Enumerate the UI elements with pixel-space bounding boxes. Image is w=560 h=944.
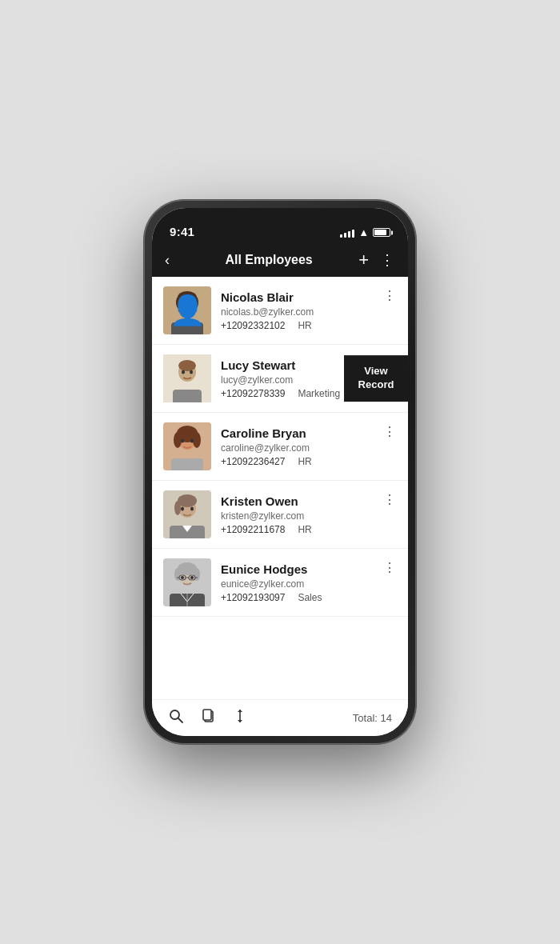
nav-actions: + ⋮ (358, 251, 395, 269)
list-item: Eunice Hodges eunice@zylker.com +1209219… (152, 549, 408, 617)
employee-department: HR (298, 524, 311, 535)
employee-phone: +12092211678 (221, 524, 285, 535)
svg-point-5 (192, 296, 198, 309)
employee-phone: +12092236427 (221, 456, 285, 467)
svg-point-29 (190, 507, 194, 511)
wifi-icon: ▲ (358, 226, 369, 238)
employee-department: Sales (298, 592, 322, 603)
total-count: Total: 14 (353, 712, 392, 724)
employee-name: Lucy Stewart (221, 358, 329, 372)
list-item: Caroline Bryan caroline@zylker.com +1209… (152, 413, 408, 481)
employee-email: nicolas.b@zylker.com (221, 306, 397, 318)
employee-meta: +12092236427 HR (221, 456, 397, 467)
status-icons: ▲ (340, 226, 390, 238)
employee-info: Kristen Owen kristen@zylker.com +1209221… (221, 494, 397, 535)
employee-phone: +12092278339 (221, 388, 285, 399)
bottom-icons (168, 708, 248, 728)
employee-meta: +12092278339 Marketing (221, 388, 329, 399)
list-item: Kristen Owen kristen@zylker.com +1209221… (152, 481, 408, 549)
signal-icon (340, 228, 354, 238)
svg-point-2 (179, 295, 195, 313)
employee-email: caroline@zylker.com (221, 442, 397, 454)
employee-info: Caroline Bryan caroline@zylker.com +1209… (221, 426, 397, 467)
employee-phone: +12092193097 (221, 592, 285, 603)
svg-rect-48 (203, 710, 211, 720)
employee-email: lucy@zylker.com (221, 374, 329, 386)
svg-point-1 (178, 294, 197, 314)
svg-line-46 (178, 718, 182, 722)
sort-button[interactable] (232, 708, 248, 728)
nav-bar: ‹ All Employees + ⋮ (152, 243, 408, 277)
svg-point-4 (176, 296, 182, 309)
page-title: All Employees (179, 253, 358, 267)
employee-name: Caroline Bryan (221, 426, 397, 440)
employee-options-button[interactable]: ⋮ (383, 288, 397, 303)
svg-point-22 (190, 439, 194, 443)
employee-options-button[interactable]: ⋮ (383, 424, 397, 439)
employee-meta: +12092193097 Sales (221, 592, 397, 603)
search-button[interactable] (168, 708, 184, 728)
list-item: Nicolas Blair nicolas.b@zylker.com +1209… (152, 277, 408, 345)
svg-point-11 (178, 360, 196, 371)
employee-name: Nicolas Blair (221, 290, 397, 304)
svg-point-45 (170, 710, 179, 719)
view-record-button[interactable]: View Record (344, 355, 408, 402)
list-item: Lucy Stewart lucy@zylker.com +1209227833… (152, 345, 408, 413)
phone-notch (228, 208, 332, 230)
employee-meta: +12092211678 HR (221, 524, 397, 535)
avatar (163, 490, 211, 538)
svg-point-28 (181, 507, 184, 511)
back-button[interactable]: ‹ (165, 252, 170, 269)
avatar (163, 422, 211, 470)
employee-phone: +12092332102 (221, 320, 285, 331)
battery-icon (373, 228, 390, 237)
employee-meta: +12092332102 HR (221, 320, 397, 331)
svg-point-12 (182, 370, 185, 374)
svg-point-27 (174, 501, 181, 515)
svg-point-21 (181, 439, 184, 443)
avatar (163, 558, 211, 606)
employee-info: Nicolas Blair nicolas.b@zylker.com +1209… (221, 290, 397, 331)
copy-button[interactable] (200, 708, 216, 728)
add-button[interactable]: + (358, 251, 369, 269)
employee-options-button[interactable]: ⋮ (383, 560, 397, 575)
phone-frame: 9:41 ▲ ‹ All Employees + ⋮ (144, 200, 416, 744)
employee-list: Nicolas Blair nicolas.b@zylker.com +1209… (152, 277, 408, 699)
svg-point-6 (182, 302, 185, 306)
svg-point-7 (190, 302, 193, 306)
phone-screen: 9:41 ▲ ‹ All Employees + ⋮ (152, 208, 408, 736)
svg-point-3 (178, 291, 197, 304)
employee-options-button[interactable]: ⋮ (383, 492, 397, 507)
employee-name: Kristen Owen (221, 494, 397, 508)
svg-point-13 (190, 370, 193, 374)
svg-rect-14 (173, 390, 202, 402)
employee-name: Eunice Hodges (221, 562, 397, 576)
status-time: 9:41 (170, 225, 194, 238)
svg-rect-8 (171, 322, 203, 334)
svg-rect-23 (171, 458, 203, 470)
svg-point-41 (181, 576, 184, 579)
employee-department: HR (298, 320, 311, 331)
bottom-bar: Total: 14 (152, 699, 408, 736)
avatar (163, 286, 211, 334)
employee-email: kristen@zylker.com (221, 510, 397, 522)
employee-info: Eunice Hodges eunice@zylker.com +1209219… (221, 562, 397, 603)
employee-department: HR (298, 456, 311, 467)
employee-department: Marketing (298, 388, 340, 399)
more-options-button[interactable]: ⋮ (380, 251, 395, 269)
employee-email: eunice@zylker.com (221, 578, 397, 590)
svg-point-42 (190, 576, 194, 579)
avatar-placeholder (163, 354, 211, 402)
